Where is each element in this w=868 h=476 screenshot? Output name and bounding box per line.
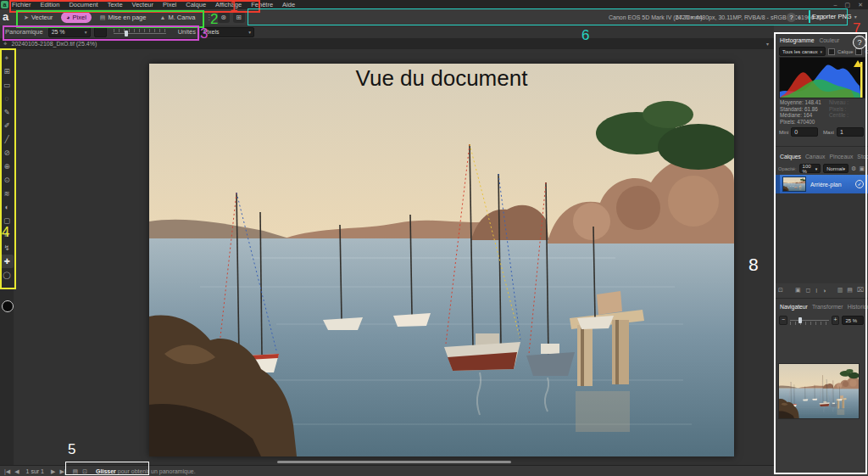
menu-fichier[interactable]: Fichier xyxy=(12,1,31,8)
layer-lock-icon[interactable]: ▣ xyxy=(859,165,865,172)
help-button[interactable]: ? xyxy=(787,13,796,22)
channels-dropdown[interactable]: Tous les canaux ▾ xyxy=(779,47,826,56)
export-png-button[interactable]: Exporter PNG xyxy=(812,13,852,20)
pen-tool[interactable]: ✎ xyxy=(0,105,14,119)
adjustment-layer-icon[interactable]: ◑ xyxy=(822,288,826,294)
lasso-tool[interactable]: ◌ xyxy=(0,92,14,105)
menu-affichage[interactable]: Affichage xyxy=(215,1,242,8)
horizontal-scrollbar[interactable] xyxy=(277,461,511,463)
next-page-icon[interactable]: ▶ xyxy=(51,468,55,475)
menu-aide[interactable]: Aide xyxy=(282,1,295,8)
edit-adjustment-icon[interactable]: ⊡ xyxy=(778,287,783,294)
minimize-icon[interactable]: – xyxy=(834,2,837,8)
menu-texte[interactable]: Texte xyxy=(108,1,123,8)
layer-settings-gear-icon[interactable]: ⚙ xyxy=(851,165,856,172)
menu-calque[interactable]: Calque xyxy=(186,1,206,8)
delete-layer-icon[interactable]: ⌧ xyxy=(857,287,864,294)
opacity-dropdown[interactable]: 100 %▾ xyxy=(799,164,821,173)
nav-zoom-slider[interactable] xyxy=(790,317,829,324)
document-photo[interactable] xyxy=(149,64,734,456)
zoom-percent-combo[interactable]: 25 % ▾ xyxy=(48,27,91,37)
units-chevron-icon: ▾ xyxy=(248,30,251,35)
tab-navigateur[interactable]: Navigateur xyxy=(780,304,808,310)
dodge-tool[interactable]: ◐ xyxy=(0,200,14,214)
artboard-tool[interactable]: ⊞ xyxy=(0,64,14,78)
navigator-thumbnail[interactable] xyxy=(778,363,860,419)
floating-help-icon[interactable]: ? xyxy=(853,36,866,49)
mini-field[interactable]: 0 xyxy=(791,127,818,137)
snapping-button[interactable]: ⊛ xyxy=(218,12,230,23)
marquee-tool[interactable]: ▭ xyxy=(0,78,14,92)
app-icon[interactable]: a xyxy=(1,1,8,8)
export-chevron-icon[interactable]: ▾ xyxy=(854,14,857,20)
tab-historique[interactable]: Historique xyxy=(848,304,868,310)
prev-page-icon[interactable]: ◀ xyxy=(14,468,19,475)
tab-canaux[interactable]: Canaux xyxy=(805,154,825,160)
blur-tool[interactable]: ≋ xyxy=(0,187,14,200)
help-chevron-icon[interactable]: ▾ xyxy=(798,14,800,20)
menu-edition[interactable]: Edition xyxy=(41,1,60,8)
menu-pixel[interactable]: Pixel xyxy=(163,1,176,8)
tab-pinceaux[interactable]: Pinceaux xyxy=(829,154,853,160)
maxi-field[interactable]: 1 xyxy=(837,127,864,137)
histogram-chart xyxy=(779,57,865,98)
zoom-slider-thumb[interactable] xyxy=(125,31,128,36)
menu-document[interactable]: Document xyxy=(69,1,97,8)
vecteur-persona-button[interactable]: ➤ Vecteur xyxy=(19,12,58,23)
view-tool[interactable]: ⌖ xyxy=(0,51,14,64)
tab-bar-chevron-icon[interactable]: ▾ xyxy=(766,41,769,47)
document-tab[interactable]: 20240105-2108_DxO.tif (25.4%) xyxy=(12,41,97,47)
layer-row-arriere-plan[interactable]: Arrière-plan ✓ xyxy=(774,175,868,193)
healing-tool[interactable]: ⊙ xyxy=(0,173,14,187)
pan-tool[interactable]: ✚ xyxy=(0,255,14,268)
clone-tool[interactable]: ⊕ xyxy=(0,160,14,173)
units-value: Pixels xyxy=(203,29,220,35)
mask-layer-icon[interactable]: ◻ xyxy=(806,287,811,294)
studio-presets-button[interactable]: ⊞ xyxy=(233,12,245,23)
maximize-icon[interactable]: ▢ xyxy=(845,2,851,8)
tab-couleur[interactable]: Couleur xyxy=(819,37,839,43)
pencil-tool[interactable]: ✐ xyxy=(0,119,14,132)
export-slices-icon[interactable]: ⊡ xyxy=(82,468,87,475)
menu-fenetre[interactable]: Fenêtre xyxy=(251,1,273,8)
nav-zoom-in-button[interactable]: + xyxy=(832,316,840,325)
first-page-icon[interactable]: |◀ xyxy=(4,468,10,475)
mise-en-page-persona-button[interactable]: ▤ Mise en page xyxy=(95,12,152,23)
layer-fx-icon[interactable]: ▣ xyxy=(795,287,801,294)
zoom-stepper[interactable] xyxy=(94,27,107,37)
navigator-panel-tabs: Navigateur Transformer Historique ▾ xyxy=(780,302,865,311)
tab-stock[interactable]: Stock xyxy=(857,154,868,160)
page-icon[interactable]: ▤ xyxy=(73,468,79,475)
tab-transformer[interactable]: Transformer xyxy=(812,304,843,310)
layers-list-empty[interactable] xyxy=(774,193,868,283)
context-toolbar: Panoramique 25 % ▾ Unités Pixels ▾ xyxy=(0,25,868,39)
last-page-icon[interactable]: ▶| xyxy=(59,468,65,475)
more-tools-icon[interactable]: ⋯ xyxy=(0,282,14,295)
tab-histogramme[interactable]: Histogramme xyxy=(780,37,814,43)
dropper-tool[interactable]: ↯ xyxy=(0,241,14,255)
zoom-tool[interactable]: ◯ xyxy=(0,268,14,282)
nav-zoom-field[interactable]: 25 % xyxy=(842,316,864,325)
blend-mode-dropdown[interactable]: Normal▾ xyxy=(823,164,849,173)
tool-name-label: Panoramique xyxy=(5,28,43,36)
pixel-persona-button[interactable]: ◕ Pixel xyxy=(61,12,92,23)
menu-vecteur[interactable]: Vecteur xyxy=(132,1,153,8)
new-layer-icon[interactable]: ▥ xyxy=(837,287,843,294)
brush-tool[interactable]: ╱ xyxy=(0,132,14,146)
layer-visibility-toggle[interactable]: ✓ xyxy=(855,180,864,188)
zoom-slider[interactable] xyxy=(114,29,166,36)
nav-zoom-slider-thumb[interactable] xyxy=(798,317,802,323)
maxi-label: Maxi xyxy=(823,129,834,135)
units-dropdown[interactable]: Pixels ▾ xyxy=(200,27,254,37)
close-icon[interactable]: ✕ xyxy=(858,2,863,8)
group-layer-icon[interactable]: ▤ xyxy=(847,287,853,294)
color-swatch[interactable] xyxy=(2,300,14,312)
eraser-tool[interactable]: ⊘ xyxy=(0,146,14,160)
node-tool[interactable]: ⋔ xyxy=(0,227,14,241)
tab-calques[interactable]: Calques xyxy=(780,154,801,160)
canva-persona-button[interactable]: ▲ M. Canva xyxy=(154,12,200,23)
nav-zoom-out-button[interactable]: − xyxy=(779,316,787,325)
calque-checkbox[interactable] xyxy=(828,48,835,55)
shape-tool[interactable]: ▢ xyxy=(0,214,14,227)
text-layer-icon[interactable]: I xyxy=(815,288,817,294)
